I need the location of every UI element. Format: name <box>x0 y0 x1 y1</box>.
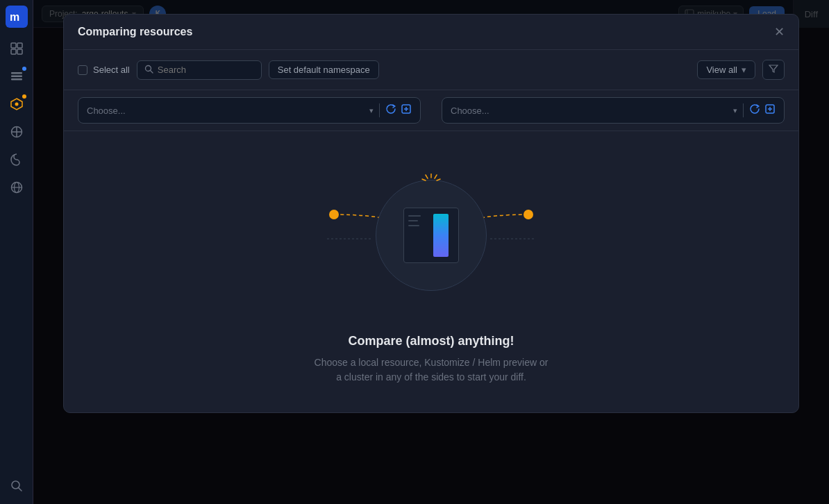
chooser-row: Choose... ▾ <box>64 90 798 131</box>
sun-rays-icon <box>417 174 445 187</box>
modal-body: Compare (almost) anything! Choose a loca… <box>64 131 798 412</box>
chooser-right-select[interactable]: Choose... ▾ <box>451 106 737 116</box>
svg-rect-3 <box>17 43 22 48</box>
svg-point-30 <box>524 210 533 219</box>
view-all-label: View all <box>706 65 737 75</box>
sidebar-item-dashboard[interactable] <box>4 36 29 61</box>
svg-rect-8 <box>11 78 22 81</box>
svg-point-10 <box>15 103 18 106</box>
empty-state-description: Choose a local resource, Kustomize / Hel… <box>313 355 549 385</box>
main-content: Project: argo-rollouts ▾ K minikube ▾ Lo… <box>33 0 829 504</box>
set-namespace-button[interactable]: Set default namespace <box>269 60 379 79</box>
chooser-left-placeholder: Choose... <box>87 106 126 116</box>
sidebar-item-plugins[interactable] <box>4 119 29 144</box>
svg-line-36 <box>437 179 440 180</box>
svg-rect-6 <box>11 72 22 74</box>
sidebar-item-search[interactable] <box>4 473 29 498</box>
chooser-left-refresh-icon[interactable] <box>385 103 396 117</box>
svg-rect-7 <box>11 76 22 78</box>
sidebar-item-palette[interactable] <box>4 147 29 172</box>
select-all-checkbox[interactable] <box>78 65 87 75</box>
search-icon <box>144 65 153 76</box>
empty-state-title: Compare (almost) anything! <box>348 334 514 348</box>
chooser-right-chevron-icon: ▾ <box>733 106 737 115</box>
sidebar-item-globe[interactable] <box>4 175 29 200</box>
chooser-middle-spacer <box>428 97 435 124</box>
modal-title: Comparing resources <box>78 26 192 38</box>
modal-header: Comparing resources ✕ <box>64 15 798 50</box>
svg-line-35 <box>426 175 428 178</box>
svg-rect-5 <box>17 49 22 54</box>
chooser-right-placeholder: Choose... <box>451 106 489 116</box>
modal-overlay: Comparing resources ✕ Select all <box>33 0 829 504</box>
chooser-right-divider <box>743 103 744 117</box>
svg-rect-2 <box>11 43 16 48</box>
select-all-label: Select all <box>93 65 130 75</box>
chooser-left-select[interactable]: Choose... ▾ <box>87 106 374 116</box>
filter-button[interactable] <box>762 60 785 80</box>
sidebar-item-helm[interactable] <box>4 92 29 117</box>
svg-line-18 <box>18 488 22 492</box>
svg-line-22 <box>150 70 153 73</box>
center-circle <box>376 180 487 291</box>
select-all-container: Select all <box>78 65 130 75</box>
chooser-left: Choose... ▾ <box>78 97 421 124</box>
sidebar-item-resources[interactable] <box>4 64 29 89</box>
chooser-left-action-icon[interactable] <box>401 103 412 117</box>
chooser-left-divider <box>379 103 380 117</box>
sidebar: m <box>0 0 33 504</box>
chooser-right-action-icon[interactable] <box>764 103 776 117</box>
modal-close-button[interactable]: ✕ <box>774 26 785 38</box>
empty-state-illustration <box>265 159 598 312</box>
chooser-right-refresh-icon[interactable] <box>749 103 760 117</box>
chooser-left-actions <box>385 103 412 117</box>
chooser-left-chevron-icon: ▾ <box>369 106 374 115</box>
chooser-right: Choose... ▾ <box>442 97 785 124</box>
search-input[interactable] <box>158 65 254 75</box>
view-all-chevron-icon: ▾ <box>742 65 746 75</box>
svg-line-34 <box>435 175 437 178</box>
filter-icon <box>769 64 778 74</box>
search-box[interactable] <box>137 60 262 80</box>
svg-point-29 <box>329 210 339 219</box>
modal-toolbar: Select all Set default namespace View al… <box>64 50 798 90</box>
comparing-resources-modal: Comparing resources ✕ Select all <box>63 14 799 413</box>
svg-text:m: m <box>10 11 19 23</box>
logo[interactable]: m <box>6 6 28 28</box>
chooser-right-actions <box>749 103 776 117</box>
svg-line-37 <box>422 179 426 180</box>
view-all-button[interactable]: View all ▾ <box>697 60 755 79</box>
svg-rect-4 <box>11 49 16 54</box>
